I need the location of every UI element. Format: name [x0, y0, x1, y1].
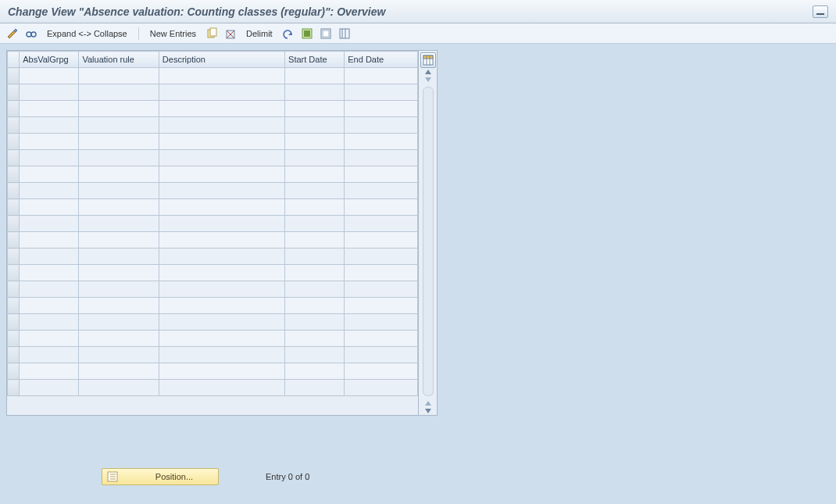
cell[interactable] [285, 183, 345, 199]
row-selector[interactable] [8, 101, 20, 117]
cell[interactable] [345, 166, 418, 183]
table-row[interactable] [8, 314, 418, 331]
table-row[interactable] [8, 232, 418, 248]
cell[interactable] [159, 314, 284, 331]
cell[interactable] [345, 216, 418, 232]
delete-icon[interactable] [224, 27, 237, 40]
cell[interactable] [20, 84, 79, 101]
cell[interactable] [285, 232, 345, 248]
new-entries-button[interactable]: New Entries [147, 29, 199, 38]
cell[interactable] [20, 117, 79, 134]
cell[interactable] [345, 183, 418, 199]
table-settings-icon[interactable] [420, 52, 436, 68]
scroll-down-icon[interactable] [425, 409, 431, 413]
cell[interactable] [285, 298, 345, 314]
cell[interactable] [20, 265, 79, 281]
row-selector[interactable] [8, 380, 20, 396]
cell[interactable] [285, 248, 345, 265]
cell[interactable] [20, 314, 79, 331]
row-selector-header[interactable] [8, 52, 20, 68]
deselect-all-icon[interactable] [320, 27, 332, 40]
cell[interactable] [79, 199, 159, 216]
row-selector[interactable] [8, 232, 20, 248]
row-selector[interactable] [8, 117, 20, 134]
cell[interactable] [345, 248, 418, 265]
row-selector[interactable] [8, 363, 20, 380]
row-selector[interactable] [8, 166, 20, 183]
cell[interactable] [345, 68, 418, 84]
col-end-date[interactable]: End Date [345, 52, 418, 68]
cell[interactable] [20, 150, 79, 166]
cell[interactable] [79, 248, 159, 265]
row-selector[interactable] [8, 199, 20, 216]
cell[interactable] [79, 347, 159, 363]
cell[interactable] [79, 84, 159, 101]
cell[interactable] [285, 101, 345, 117]
cell[interactable] [159, 166, 284, 183]
cell[interactable] [79, 166, 159, 183]
table-row[interactable] [8, 150, 418, 166]
row-selector[interactable] [8, 281, 20, 298]
table-row[interactable] [8, 298, 418, 314]
row-selector[interactable] [8, 298, 20, 314]
position-button[interactable]: Position... [102, 468, 219, 485]
cell[interactable] [79, 363, 159, 380]
table-row[interactable] [8, 183, 418, 199]
col-description[interactable]: Description [159, 52, 284, 68]
cell[interactable] [285, 331, 345, 347]
col-start-date[interactable]: Start Date [285, 52, 345, 68]
data-table[interactable]: AbsValGrpg Valuation rule Description St… [7, 51, 418, 396]
cell[interactable] [159, 199, 284, 216]
cell[interactable] [20, 199, 79, 216]
config-icon[interactable] [338, 27, 351, 40]
cell[interactable] [20, 183, 79, 199]
cell[interactable] [79, 183, 159, 199]
cell[interactable] [285, 265, 345, 281]
cell[interactable] [345, 298, 418, 314]
cell[interactable] [345, 281, 418, 298]
cell[interactable] [79, 68, 159, 84]
table-row[interactable] [8, 380, 418, 396]
table-row[interactable] [8, 265, 418, 281]
cell[interactable] [20, 347, 79, 363]
vertical-scrollbar[interactable] [423, 87, 434, 396]
cell[interactable] [20, 248, 79, 265]
row-selector[interactable] [8, 265, 20, 281]
cell[interactable] [159, 265, 284, 281]
cell[interactable] [159, 331, 284, 347]
table-row[interactable] [8, 216, 418, 232]
cell[interactable] [20, 363, 79, 380]
cell[interactable] [159, 101, 284, 117]
select-all-icon[interactable] [301, 27, 313, 40]
row-selector[interactable] [8, 314, 20, 331]
cell[interactable] [79, 101, 159, 117]
cell[interactable] [345, 314, 418, 331]
cell[interactable] [345, 84, 418, 101]
cell[interactable] [79, 314, 159, 331]
cell[interactable] [285, 134, 345, 150]
row-selector[interactable] [8, 248, 20, 265]
cell[interactable] [20, 166, 79, 183]
table-row[interactable] [8, 101, 418, 117]
cell[interactable] [345, 117, 418, 134]
cell[interactable] [79, 216, 159, 232]
col-absvalgrpg[interactable]: AbsValGrpg [20, 52, 79, 68]
cell[interactable] [285, 117, 345, 134]
expand-collapse-button[interactable]: Expand <-> Collapse [44, 29, 130, 38]
cell[interactable] [159, 84, 284, 101]
cell[interactable] [159, 380, 284, 396]
cell[interactable] [285, 216, 345, 232]
cell[interactable] [345, 232, 418, 248]
cell[interactable] [285, 199, 345, 216]
scroll-step-up-icon[interactable] [425, 401, 431, 406]
cell[interactable] [79, 265, 159, 281]
row-selector[interactable] [8, 134, 20, 150]
scroll-step-down-icon[interactable] [425, 77, 431, 82]
copy-icon[interactable] [205, 27, 218, 40]
cell[interactable] [79, 117, 159, 134]
minimize-icon[interactable] [813, 5, 828, 18]
cell[interactable] [20, 281, 79, 298]
cell[interactable] [345, 265, 418, 281]
cell[interactable] [159, 117, 284, 134]
scroll-up-icon[interactable] [425, 70, 431, 74]
